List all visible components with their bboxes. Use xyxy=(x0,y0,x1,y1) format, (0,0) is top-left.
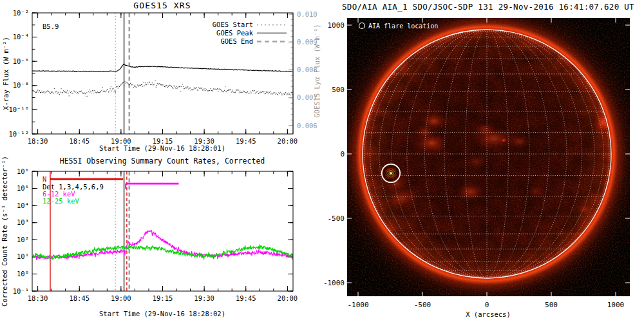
y2-tick-label: 0.010 xyxy=(297,10,317,18)
x-tick-label: 20:00 xyxy=(278,137,298,145)
sun-flare-legend: AIA flare location xyxy=(359,23,439,30)
goes-xrs-chart: GOES15 XRS B5.9 X-ray Flux (W m⁻²) GOES1… xyxy=(0,0,322,155)
y2-tick-label: 0.009 xyxy=(297,38,317,46)
x-tick-label: 19:00 xyxy=(111,137,131,145)
x-tick-label: 19:45 xyxy=(236,137,256,145)
x-tick-label: 19:45 xyxy=(236,294,256,302)
y2-tick-label: 0.006 xyxy=(297,122,317,129)
y-tick-label: 10³ xyxy=(17,218,29,226)
sun-x-axis-label: X (arcsecs) xyxy=(466,310,511,318)
sun-x-tick-label: 500 xyxy=(545,301,558,309)
y-tick-label: 10⁰ xyxy=(17,270,29,278)
active-region xyxy=(455,182,486,202)
y2-tick-label: 0.008 xyxy=(297,66,317,73)
y-tick-label: 10⁻² xyxy=(13,9,29,17)
sun-image-body xyxy=(322,0,644,322)
sun-x-tick-label: 0 xyxy=(485,301,489,309)
sun-y-tick-label: -1000 xyxy=(323,279,345,287)
series-GOES15 Lya xyxy=(32,80,293,96)
hessi-count-rate-chart: HESSI Observing Summary Count Rates, Cor… xyxy=(0,155,322,322)
sun-x-tick-label: -500 xyxy=(414,301,431,309)
legend-goes-start-label: GOES Start xyxy=(213,21,253,28)
flare-class-label: B5.9 xyxy=(43,23,59,30)
x-tick-label: 18:45 xyxy=(69,294,90,302)
active-region xyxy=(472,121,497,138)
series-GOES X-ray 1-8A xyxy=(32,64,292,71)
goes-chart-title: GOES15 XRS xyxy=(133,1,191,10)
y-tick-label: 10⁻¹ xyxy=(13,287,29,295)
sun-y-tick-label: 1000 xyxy=(328,21,345,30)
legend-goes-peak-label: GOES Peak xyxy=(216,29,254,37)
y-tick-label: 10⁻⁸ xyxy=(13,81,29,89)
x-tick-label: 18:45 xyxy=(69,137,90,145)
goes-y-axis-label: X-ray Flux (W m⁻²) xyxy=(2,37,10,110)
goes-x-axis-label: Start Time (29-Nov-16 18:28:01) xyxy=(99,144,225,152)
y-tick-label: 10⁻¹² xyxy=(8,130,29,138)
x-tick-label: 19:30 xyxy=(194,137,214,145)
sdo-aia-panel: SDO/AIA AIA_1 SDO/JSOC-SDP 131 29-Nov-20… xyxy=(322,0,644,322)
hessi-chart-title: HESSI Observing Summary Count Rates, Cor… xyxy=(60,156,265,166)
x-tick-label: 19:30 xyxy=(194,294,214,302)
sun-y-tick-label: -500 xyxy=(328,214,345,223)
active-region xyxy=(500,138,507,143)
hessi-y-axis-label: Corrected Count Rate (s⁻¹ detector⁻¹) xyxy=(1,156,8,307)
goes-plot-frame xyxy=(32,13,293,134)
y-tick-label: 10² xyxy=(17,236,29,243)
active-region xyxy=(508,135,531,149)
x-tick-label: 20:00 xyxy=(278,294,298,302)
y-tick-label: 10¹ xyxy=(17,252,29,260)
sdo-aia-image: SDO/AIA AIA_1 SDO/JSOC-SDP 131 29-Nov-20… xyxy=(322,0,644,322)
x-tick-label: 19:15 xyxy=(153,294,173,302)
y-tick-label: 10⁶ xyxy=(17,167,29,175)
y-tick-label: 10⁻⁴ xyxy=(13,33,29,41)
x-tick-label: 19:15 xyxy=(153,137,173,145)
solar-monitoring-dashboard: GOES15 XRS B5.9 X-ray Flux (W m⁻²) GOES1… xyxy=(0,0,644,322)
x-tick-label: 19:00 xyxy=(111,294,131,302)
legend-band-12-25-label: 12-25 keV xyxy=(43,197,80,205)
legend-night-flag-label: N xyxy=(43,175,46,183)
sun-x-tick-label: 1000 xyxy=(607,301,625,309)
series-path xyxy=(32,64,292,71)
active-region xyxy=(464,153,489,170)
y2-tick-label: 0.007 xyxy=(297,93,317,101)
sun-image-title: SDO/AIA AIA_1 SDO/JSOC-SDP 131 29-Nov-20… xyxy=(342,2,634,12)
y-tick-label: 10⁴ xyxy=(17,202,29,209)
hessi-x-axis-label: Start Time (29-Nov-16 18:28:02) xyxy=(99,310,225,317)
y-tick-label: 10⁻¹⁰ xyxy=(8,106,29,113)
sun-y-tick-label: 500 xyxy=(332,86,345,94)
flare-legend-label: AIA flare location xyxy=(368,23,438,30)
series-path xyxy=(32,80,293,96)
sun-x-tick-label: -1000 xyxy=(347,301,368,309)
y-tick-label: 10⁵ xyxy=(17,184,29,192)
sun-y-tick-label: 0 xyxy=(340,150,345,158)
x-tick-label: 18:30 xyxy=(28,137,48,145)
y-tick-label: 10⁻⁶ xyxy=(13,57,29,65)
x-tick-label: 18:30 xyxy=(28,294,48,302)
legend-goes-end-label: GOES End xyxy=(220,37,253,45)
goes-legend: GOES Start GOES Peak GOES End xyxy=(213,21,287,45)
flare-marker xyxy=(379,162,402,185)
